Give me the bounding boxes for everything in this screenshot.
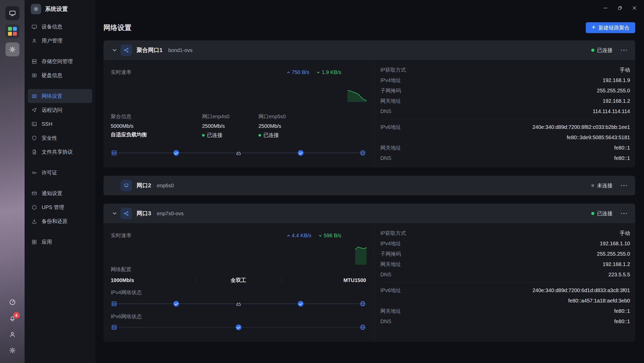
sidebar-item-ssh[interactable]: SSH bbox=[28, 117, 92, 131]
network-config-label: 网络配置 bbox=[111, 266, 366, 273]
user-account-icon[interactable] bbox=[9, 330, 16, 338]
status-badge: 已连接 bbox=[591, 47, 613, 54]
check-node-icon bbox=[173, 150, 179, 156]
document-icon bbox=[31, 149, 37, 155]
sidebar-item-ups-management[interactable]: UPS 管理 bbox=[28, 200, 92, 214]
globe-icon bbox=[359, 324, 366, 331]
ip-details-panel: IP获取方式手动 IPv4地址192.168.1.10 子网掩码255.255.… bbox=[374, 223, 635, 342]
ipv4-status-label: IPv4网络状态 bbox=[111, 289, 366, 296]
link-speed: 1000Mb/s bbox=[111, 277, 196, 283]
sidebar-item-notification-settings[interactable]: 通知设置 bbox=[28, 186, 92, 200]
chevron-down-icon[interactable] bbox=[109, 211, 121, 216]
paper-plane-icon bbox=[31, 107, 37, 113]
connection-line bbox=[242, 303, 298, 304]
apps-grid-icon bbox=[8, 27, 17, 36]
monitor-icon bbox=[9, 10, 16, 17]
close-button[interactable] bbox=[628, 3, 640, 13]
bridge-interface-icon bbox=[121, 208, 132, 219]
more-options-button[interactable] bbox=[620, 183, 628, 188]
upload-rate: 4.4 KB/s bbox=[287, 233, 312, 239]
connection-line bbox=[179, 303, 235, 304]
dock-item-apps[interactable] bbox=[5, 24, 19, 38]
sidebar-item-license[interactable]: 许可证 bbox=[28, 166, 92, 180]
device-icon bbox=[111, 150, 117, 156]
card-device-name: bond1-ovs bbox=[168, 47, 192, 53]
more-options-button[interactable] bbox=[620, 48, 628, 53]
connection-line bbox=[242, 153, 298, 153]
card-title: 聚合网口1 bbox=[137, 46, 162, 54]
sidebar-item-label: 备份和还原 bbox=[42, 218, 68, 225]
card-device-name: enp6s0 bbox=[157, 183, 174, 189]
settings-gear-icon[interactable] bbox=[9, 346, 16, 354]
download-rate: 1.9 KB/s bbox=[316, 69, 341, 75]
notifications-bell-icon[interactable]: 4 bbox=[9, 314, 16, 322]
sidebar-nav: 设备信息 用户管理 存储空间管理 硬盘信息 网络设置 bbox=[28, 18, 92, 256]
traffic-sparkline bbox=[347, 83, 367, 102]
sidebar-item-remote-access[interactable]: 远程访问 bbox=[28, 103, 92, 117]
status-badge: 未连接 bbox=[591, 182, 613, 189]
chevron-down-icon[interactable] bbox=[109, 48, 121, 53]
divider bbox=[380, 119, 630, 119]
card-port2: 网口2 enp6s0 未连接 bbox=[103, 176, 635, 195]
caret-up-icon bbox=[287, 71, 290, 74]
shield-icon bbox=[31, 135, 37, 141]
ip-details-panel: IP获取方式手动 IPv4地址192.168.1.9 子网掩码255.255.2… bbox=[374, 60, 635, 167]
bond-info-label: 聚合信息 bbox=[111, 113, 202, 120]
card-port3-header[interactable]: 网口3 enp7s0-ovs 已连接 bbox=[103, 204, 635, 223]
sidebar-item-network-settings[interactable]: 网络设置 bbox=[28, 89, 92, 103]
device-icon bbox=[111, 324, 117, 331]
realtime-rate-label: 实时速率 bbox=[111, 69, 131, 76]
sidebar-item-backup-restore[interactable]: 备份和还原 bbox=[28, 214, 92, 228]
caret-down-icon bbox=[319, 234, 322, 238]
app-title: 系统设置 bbox=[45, 5, 68, 13]
download-icon bbox=[31, 218, 37, 224]
network-card-icon bbox=[31, 93, 37, 99]
connection-line bbox=[117, 153, 173, 153]
gear-icon bbox=[9, 46, 16, 53]
terminal-icon bbox=[31, 121, 37, 127]
app-gear-icon bbox=[31, 4, 41, 14]
duplex-mode: 全双工 bbox=[196, 277, 281, 284]
window-controls bbox=[599, 3, 640, 13]
sidebar-item-apps[interactable]: 应用 bbox=[28, 235, 92, 249]
ipv6-status-label: IPv6网络状态 bbox=[111, 313, 366, 320]
connection-line bbox=[117, 303, 173, 304]
sidebar-item-disk-info[interactable]: 硬盘信息 bbox=[28, 68, 92, 82]
status-badge: 已连接 bbox=[591, 210, 613, 217]
dock: 4 bbox=[0, 0, 25, 363]
card-port3: 网口3 enp7s0-ovs 已连接 实时速率 bbox=[103, 204, 635, 342]
user-icon bbox=[31, 38, 37, 44]
connection-line bbox=[241, 327, 360, 328]
sidebar-item-security[interactable]: 安全性 bbox=[28, 131, 92, 145]
card-port2-header[interactable]: 网口2 enp6s0 未连接 bbox=[103, 176, 635, 195]
app-header: 系统设置 bbox=[28, 0, 92, 18]
minimize-button[interactable] bbox=[599, 3, 611, 13]
ethernet-port-icon bbox=[121, 180, 132, 191]
status-dot-green bbox=[258, 134, 261, 137]
create-link-aggregation-button[interactable]: + 新建链路聚合 bbox=[586, 22, 635, 33]
apps-grid-icon bbox=[31, 239, 37, 245]
sidebar-item-label: 安全性 bbox=[42, 135, 57, 142]
port-status: 已连接 bbox=[202, 132, 258, 139]
dock-item-desktop[interactable] bbox=[5, 6, 19, 20]
sidebar-item-device-info[interactable]: 设备信息 bbox=[28, 20, 92, 34]
sidebar-item-storage-management[interactable]: 存储空间管理 bbox=[28, 54, 92, 68]
card-bond1-header[interactable]: 聚合网口1 bond1-ovs 已连接 bbox=[103, 40, 635, 60]
dock-item-settings-active[interactable] bbox=[5, 42, 19, 56]
status-dot-green bbox=[591, 49, 594, 52]
sidebar-item-label: 文件共享协议 bbox=[42, 149, 73, 155]
sidebar-item-label: 通知设置 bbox=[42, 190, 62, 197]
card-port3-overview: 实时速率 4.4 KB/s 596 B/s bbox=[103, 223, 374, 342]
card-title: 网口2 bbox=[137, 182, 151, 189]
resource-monitor-icon[interactable] bbox=[9, 298, 16, 306]
sidebar-item-label: 远程访问 bbox=[42, 107, 62, 114]
sidebar-item-label: 设备信息 bbox=[42, 23, 62, 30]
sidebar-item-label: 网络设置 bbox=[42, 93, 62, 100]
more-options-button[interactable] bbox=[620, 211, 628, 216]
upload-rate: 750 B/s bbox=[287, 69, 309, 75]
maximize-restore-button[interactable] bbox=[614, 3, 626, 13]
divider bbox=[380, 282, 630, 283]
sidebar-item-file-sharing[interactable]: 文件共享协议 bbox=[28, 145, 92, 159]
sidebar-item-user-management[interactable]: 用户管理 bbox=[28, 34, 92, 48]
card-title: 网口3 bbox=[137, 210, 151, 217]
